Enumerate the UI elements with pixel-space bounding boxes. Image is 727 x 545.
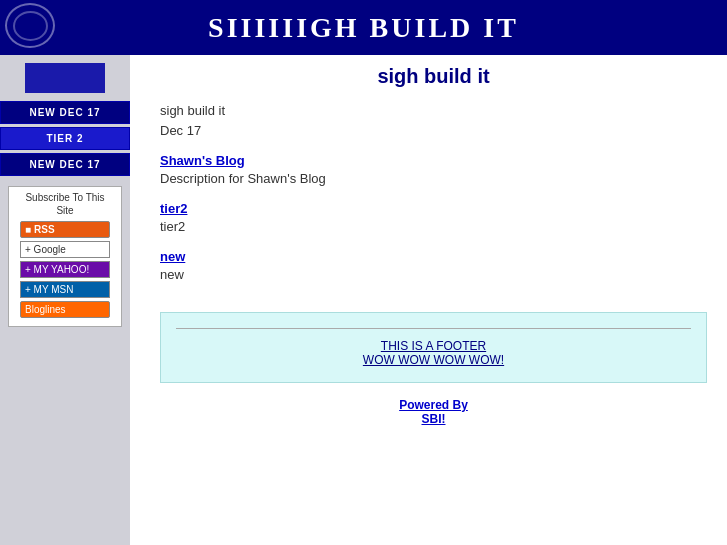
rss-icon: ■ [25, 224, 31, 235]
sidebar-item-tier2[interactable]: TIER 2 [0, 127, 130, 150]
sidebar-nav: NEW DEC 17 TIER 2 NEW DEC 17 [0, 101, 130, 176]
blog-desc-tier2: tier2 [160, 219, 707, 234]
intro-date: Dec 17 [160, 123, 707, 138]
subscribe-site-label: Site [14, 205, 116, 216]
powered-section: Powered By SBI! [160, 398, 707, 426]
blog-link-tier2[interactable]: tier2 [160, 201, 707, 216]
sidebar-decoration [25, 63, 105, 93]
sidebar-item-new-dec-17-1[interactable]: NEW DEC 17 [0, 101, 130, 124]
page-title: sigh build it [160, 65, 707, 88]
sidebar: NEW DEC 17 TIER 2 NEW DEC 17 Subscribe T… [0, 55, 130, 545]
blog-link-new[interactable]: new [160, 249, 707, 264]
sidebar-item-new-dec-17-2[interactable]: NEW DEC 17 [0, 153, 130, 176]
rss-button[interactable]: ■ RSS [20, 221, 110, 238]
footer-box: THIS IS A FOOTER WOW WOW WOW WOW! [160, 312, 707, 383]
yahoo-button[interactable]: + MY YAHOO! [20, 261, 110, 278]
powered-by-line2[interactable]: SBI! [160, 412, 707, 426]
blog-entry-2: tier2 tier2 [160, 201, 707, 234]
blog-entry-3: new new [160, 249, 707, 282]
intro-text: sigh build it [160, 103, 707, 118]
footer-line2[interactable]: WOW WOW WOW WOW! [176, 353, 691, 367]
page-header: Siiiiiigh Build It [0, 0, 727, 55]
footer-line1[interactable]: THIS IS A FOOTER [176, 339, 691, 353]
intro-section: sigh build it Dec 17 [160, 103, 707, 138]
bloglines-button[interactable]: Bloglines [20, 301, 110, 318]
msn-button[interactable]: + MY MSN [20, 281, 110, 298]
header-title: Siiiiiigh Build It [208, 12, 519, 44]
google-button[interactable]: + Google [20, 241, 110, 258]
blog-desc-new: new [160, 267, 707, 282]
blog-link-shawns-blog[interactable]: Shawn's Blog [160, 153, 707, 168]
main-layout: NEW DEC 17 TIER 2 NEW DEC 17 Subscribe T… [0, 55, 727, 545]
blog-entry-1: Shawn's Blog Description for Shawn's Blo… [160, 153, 707, 186]
footer-divider [176, 328, 691, 329]
subscribe-box: Subscribe To This Site ■ RSS + Google + … [8, 186, 122, 327]
main-content: sigh build it sigh build it Dec 17 Shawn… [130, 55, 727, 545]
powered-by-line1[interactable]: Powered By [160, 398, 707, 412]
blog-desc-shawns-blog: Description for Shawn's Blog [160, 171, 707, 186]
subscribe-title: Subscribe To This [14, 192, 116, 203]
